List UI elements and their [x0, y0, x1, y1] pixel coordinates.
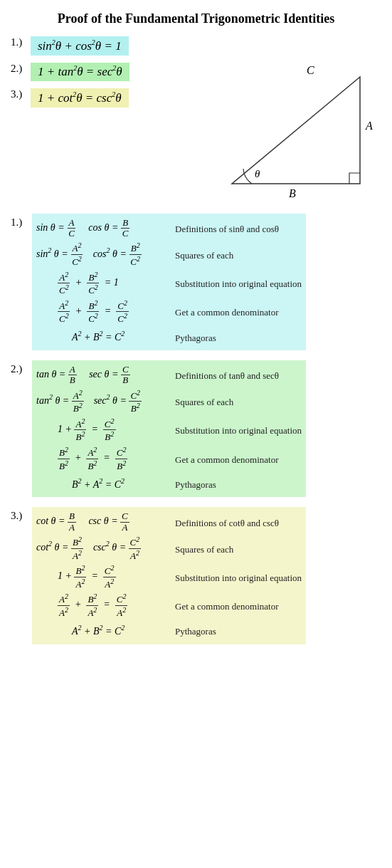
triangle-diagram: C A B θ: [196, 63, 381, 205]
proof-line-3-1: cot θ = BA csc θ = CA Definitions of cot…: [36, 510, 302, 534]
proof-math-1-3: A2C2 + B2C2 = 1: [36, 271, 168, 296]
identity-num-2: 2.): [11, 63, 31, 75]
proof-desc-2-5: Pythagoras: [168, 477, 216, 491]
proof-math-3-4: A2A2 + B2A2 = C2A2: [36, 592, 168, 618]
proof-line-2-3: 1 + A2B2 = C2B2 Substitution into origin…: [36, 416, 302, 444]
proof-box-2: tan θ = AB sec θ = CB Definitions of tan…: [32, 360, 306, 497]
proof-line-1-3: A2C2 + B2C2 = 1 Substitution into origin…: [36, 269, 302, 298]
proof-desc-3-2: Squares of each: [168, 542, 233, 555]
proof-math-2-3: 1 + A2B2 = C2B2: [36, 417, 168, 443]
proof-line-2-4: B2B2 + A2B2 = C2B2 Get a common denomina…: [36, 444, 302, 473]
proof-line-3-2: cot2 θ = B2A2 csc2 θ = C2A2 Squares of e…: [36, 534, 302, 563]
proof-line-1-5: A2 + B2 = C2 Pythagoras: [36, 326, 302, 347]
identity-row-3: 3.) 1 + cot2θ = csc2θ: [11, 88, 196, 108]
proof-math-3-1: cot θ = BA csc θ = CA: [36, 511, 168, 533]
identity-row-2: 2.) 1 + tan2θ = sec2θ: [11, 63, 196, 82]
proof-math-1-5: A2 + B2 = C2: [36, 330, 168, 344]
proof-desc-1-2: Squares of each: [168, 248, 233, 261]
page-title: Proof of the Fundamental Trigonometric I…: [11, 11, 381, 26]
proof-math-3-2: cot2 θ = B2A2 csc2 θ = C2A2: [36, 535, 168, 561]
proof-line-3-4: A2A2 + B2A2 = C2A2 Get a common denomina…: [36, 591, 302, 619]
proof-desc-1-5: Pythagoras: [168, 330, 216, 344]
identity-num-1: 1.): [11, 36, 31, 48]
identity-box-1: sin2θ + cos2θ = 1: [31, 36, 129, 56]
proof-desc-3-3: Substitution into original equation: [168, 570, 302, 584]
proof-box-3: cot θ = BA csc θ = CA Definitions of cot…: [32, 507, 306, 644]
proof-line-1-4: A2C2 + B2C2 = C2C2 Get a common denomina…: [36, 298, 302, 326]
proof-line-2-5: B2 + A2 = C2 Pythagoras: [36, 473, 302, 494]
label-B: B: [289, 187, 296, 200]
proof-desc-1-4: Get a common denominator: [168, 305, 279, 318]
proof-math-3-3: 1 + B2A2 = C2A2: [36, 564, 168, 590]
proof-row-1: 1.) sin θ = AC cos θ = BC Definitions of…: [11, 214, 381, 350]
proof-line-1-1: sin θ = AC cos θ = BC Definitions of sin…: [36, 216, 302, 241]
label-C: C: [307, 64, 314, 77]
label-theta: θ: [255, 168, 260, 180]
proof-desc-1-3: Substitution into original equation: [168, 276, 302, 290]
proof-desc-2-3: Substitution into original equation: [168, 423, 302, 436]
proof-desc-2-2: Squares of each: [168, 394, 233, 408]
proof-section-3: 3.) cot θ = BA csc θ = CA Definitions of…: [11, 507, 381, 644]
proof-line-2-1: tan θ = AB sec θ = CB Definitions of tan…: [36, 363, 302, 387]
proof-section-1: 1.) sin θ = AC cos θ = BC Definitions of…: [11, 214, 381, 350]
svg-marker-0: [232, 77, 360, 184]
proof-desc-1-1: Definitions of sinθ and cosθ: [168, 221, 279, 235]
proof-num-2: 2.): [11, 360, 32, 375]
proof-row-3: 3.) cot θ = BA csc θ = CA Definitions of…: [11, 507, 381, 644]
identity-row-1: 1.) sin2θ + cos2θ = 1: [11, 36, 381, 56]
proof-row-2: 2.) tan θ = AB sec θ = CB Definitions of…: [11, 360, 381, 497]
identity-box-3: 1 + cot2θ = csc2θ: [31, 88, 129, 108]
proof-line-3-3: 1 + B2A2 = C2A2 Substitution into origin…: [36, 563, 302, 591]
proof-math-2-1: tan θ = AB sec θ = CB: [36, 365, 168, 386]
proof-desc-3-4: Get a common denominator: [168, 599, 279, 612]
identity-box-2: 1 + tan2θ = sec2θ: [31, 63, 129, 82]
proof-desc-3-1: Definitions of cotθ and cscθ: [168, 516, 279, 529]
proof-num-3: 3.): [11, 507, 32, 522]
proof-line-2-2: tan2 θ = A2B2 sec2 θ = C2B2 Squares of e…: [36, 387, 302, 416]
proof-desc-3-5: Pythagoras: [168, 624, 216, 637]
proof-math-2-4: B2B2 + A2B2 = C2B2: [36, 446, 168, 471]
proof-num-1: 1.): [11, 214, 32, 229]
proof-desc-2-1: Definitions of tanθ and secθ: [168, 368, 279, 382]
proof-math-1-1: sin θ = AC cos θ = BC: [36, 218, 168, 239]
proof-math-1-4: A2C2 + B2C2 = C2C2: [36, 299, 168, 325]
identity-num-3: 3.): [11, 88, 31, 100]
proof-line-1-2: sin2 θ = A2C2 cos2 θ = B2C2 Squares of e…: [36, 240, 302, 268]
triangle-svg: [196, 63, 381, 205]
proof-math-2-2: tan2 θ = A2B2 sec2 θ = C2B2: [36, 389, 168, 414]
proof-box-1: sin θ = AC cos θ = BC Definitions of sin…: [32, 214, 306, 350]
proof-math-2-5: B2 + A2 = C2: [36, 477, 168, 491]
proof-math-3-5: A2 + B2 = C2: [36, 624, 168, 637]
proof-line-3-5: A2 + B2 = C2 Pythagoras: [36, 620, 302, 642]
proof-section-2: 2.) tan θ = AB sec θ = CB Definitions of…: [11, 360, 381, 497]
proof-math-1-2: sin2 θ = A2C2 cos2 θ = B2C2: [36, 241, 168, 267]
proof-desc-2-4: Get a common denominator: [168, 452, 279, 466]
label-A: A: [366, 120, 373, 132]
